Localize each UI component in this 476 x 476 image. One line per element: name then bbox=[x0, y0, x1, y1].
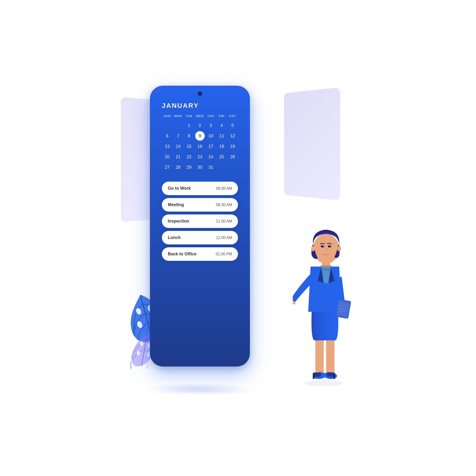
svg-point-28 bbox=[323, 245, 323, 246]
date-11[interactable]: 11 bbox=[217, 131, 226, 141]
event-time-inspection: 11.00 AM bbox=[216, 219, 232, 223]
day-headers: SUN MON TUE WED THU FRI SAT bbox=[162, 114, 238, 118]
day-sat: SAT bbox=[227, 114, 238, 118]
date-31[interactable]: 31 bbox=[206, 163, 216, 172]
calendar-section: JANUARY SUN MON TUE WED THU FRI SAT 1 2 bbox=[157, 100, 243, 177]
date-23[interactable]: 23 bbox=[195, 152, 205, 162]
date-24[interactable]: 24 bbox=[206, 152, 216, 162]
svg-point-29 bbox=[330, 245, 331, 246]
woman-figure bbox=[293, 219, 359, 386]
event-name-back-to-office: Back to Office bbox=[168, 252, 197, 256]
phone-notch bbox=[198, 92, 202, 96]
date-20[interactable]: 20 bbox=[163, 152, 172, 162]
svg-point-32 bbox=[311, 246, 315, 251]
event-meeting[interactable]: Meeting 08.30 AM bbox=[162, 198, 238, 212]
svg-rect-12 bbox=[326, 336, 334, 376]
date-empty bbox=[217, 163, 226, 172]
date-4[interactable]: 4 bbox=[217, 121, 226, 130]
bg-panel-right bbox=[284, 87, 340, 200]
phone: JANUARY SUN MON TUE WED THU FRI SAT 1 2 bbox=[150, 86, 250, 367]
date-3[interactable]: 3 bbox=[206, 121, 216, 130]
date-14[interactable]: 14 bbox=[173, 142, 183, 151]
date-15[interactable]: 15 bbox=[184, 142, 194, 151]
date-21[interactable]: 21 bbox=[173, 152, 183, 162]
svg-point-31 bbox=[330, 250, 334, 254]
date-10[interactable]: 10 bbox=[206, 131, 216, 141]
svg-point-33 bbox=[337, 246, 341, 251]
date-1[interactable]: 1 bbox=[184, 121, 194, 130]
svg-rect-11 bbox=[315, 336, 324, 376]
day-tue: TUE bbox=[184, 114, 194, 118]
events-section: Go to Work 08.00 AM Meeting 08.30 AM Ins… bbox=[157, 179, 243, 263]
date-6[interactable]: 6 bbox=[163, 131, 172, 141]
event-time-meeting: 08.30 AM bbox=[216, 203, 232, 207]
svg-point-27 bbox=[328, 245, 331, 248]
calendar-grid: SUN MON TUE WED THU FRI SAT 1 2 3 4 5 bbox=[162, 114, 238, 172]
date-17[interactable]: 17 bbox=[206, 142, 216, 151]
svg-rect-18 bbox=[333, 374, 335, 379]
day-sun: SUN bbox=[162, 114, 173, 118]
event-name-meeting: Meeting bbox=[168, 202, 184, 207]
svg-point-30 bbox=[318, 250, 323, 254]
date-29[interactable]: 29 bbox=[184, 163, 194, 172]
date-5[interactable]: 5 bbox=[228, 121, 237, 130]
date-9-selected[interactable]: 9 bbox=[195, 131, 205, 141]
event-go-to-work[interactable]: Go to Work 08.00 AM bbox=[162, 182, 238, 195]
calendar-dates: 1 2 3 4 5 6 7 8 9 10 11 12 13 14 15 bbox=[162, 121, 238, 172]
event-time-back-to-office: 01.00 PM bbox=[216, 252, 232, 256]
event-name-go-to-work: Go to Work bbox=[168, 186, 191, 191]
date-19[interactable]: 19 bbox=[228, 142, 237, 151]
date-25[interactable]: 25 bbox=[217, 152, 226, 162]
event-back-to-office[interactable]: Back to Office 01.00 PM bbox=[162, 247, 238, 261]
event-name-inspection: Inspection bbox=[168, 219, 189, 224]
date-empty[interactable] bbox=[173, 121, 183, 130]
event-time-lunch: 12.00 AM bbox=[216, 236, 232, 240]
date-16[interactable]: 16 bbox=[195, 142, 205, 151]
date-empty[interactable] bbox=[163, 121, 172, 130]
event-time-go-to-work: 08.00 AM bbox=[216, 186, 232, 191]
event-lunch[interactable]: Lunch 12.00 AM bbox=[162, 231, 238, 244]
date-28[interactable]: 28 bbox=[173, 163, 183, 172]
scene: JANUARY SUN MON TUE WED THU FRI SAT 1 2 bbox=[107, 71, 369, 405]
date-30[interactable]: 30 bbox=[195, 163, 205, 172]
svg-rect-15 bbox=[313, 374, 315, 379]
date-12[interactable]: 12 bbox=[228, 131, 237, 141]
date-18[interactable]: 18 bbox=[217, 142, 226, 151]
date-22[interactable]: 22 bbox=[184, 152, 194, 162]
day-mon: MON bbox=[173, 114, 184, 118]
date-26[interactable]: 26 bbox=[228, 152, 237, 162]
event-inspection[interactable]: Inspection 11.00 AM bbox=[162, 214, 238, 228]
day-wed: WED bbox=[194, 114, 205, 118]
ground-shadow bbox=[143, 388, 262, 395]
svg-point-4 bbox=[140, 341, 143, 346]
day-fri: FRI bbox=[216, 114, 227, 118]
month-title: JANUARY bbox=[162, 102, 238, 109]
date-empty bbox=[228, 163, 237, 172]
date-27[interactable]: 27 bbox=[163, 163, 172, 172]
date-13[interactable]: 13 bbox=[163, 142, 172, 151]
event-name-lunch: Lunch bbox=[168, 235, 181, 240]
date-8[interactable]: 8 bbox=[184, 131, 194, 141]
date-2[interactable]: 2 bbox=[195, 121, 205, 130]
date-7[interactable]: 7 bbox=[173, 131, 183, 141]
svg-point-26 bbox=[321, 245, 324, 248]
day-thu: THU bbox=[205, 114, 216, 118]
svg-point-10 bbox=[305, 380, 343, 386]
